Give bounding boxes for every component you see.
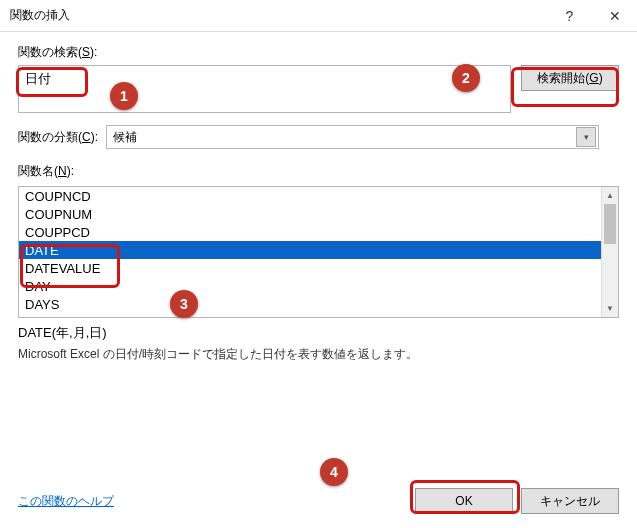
search-label-prefix: 関数の検索(	[18, 45, 82, 59]
search-label: 関数の検索(S):	[18, 44, 619, 61]
chevron-down-icon: ▾	[584, 132, 589, 142]
scroll-track[interactable]	[602, 204, 618, 300]
search-btn-prefix: 検索開始(	[537, 70, 589, 87]
close-icon: ✕	[609, 8, 621, 24]
cancel-button[interactable]: キャンセル	[521, 488, 619, 514]
scrollbar[interactable]: ▲ ▼	[601, 187, 618, 317]
search-btn-suffix: )	[599, 71, 603, 85]
close-button[interactable]: ✕	[592, 0, 637, 32]
scroll-down-button[interactable]: ▼	[602, 300, 618, 317]
chevron-down-icon: ▼	[606, 304, 614, 313]
titlebar: 関数の挿入 ? ✕	[0, 0, 637, 32]
window-title: 関数の挿入	[0, 7, 547, 24]
list-item[interactable]: COUPNUM	[19, 205, 601, 223]
search-label-key: S	[82, 45, 90, 59]
category-selected-value: 候補	[113, 129, 137, 146]
ok-button[interactable]: OK	[415, 488, 513, 514]
list-item[interactable]: DATE	[19, 241, 601, 259]
scroll-thumb[interactable]	[604, 204, 616, 244]
function-description: Microsoft Excel の日付/時刻コードで指定した日付を表す数値を返し…	[18, 346, 619, 363]
category-label-prefix: 関数の分類(	[18, 130, 82, 144]
help-link[interactable]: この関数のヘルプ	[18, 493, 114, 510]
funclist-label-prefix: 関数名(	[18, 164, 58, 178]
chevron-up-icon: ▲	[606, 191, 614, 200]
scroll-up-button[interactable]: ▲	[602, 187, 618, 204]
ok-button-label: OK	[455, 494, 472, 508]
list-item[interactable]: DATEVALUE	[19, 259, 601, 277]
function-signature: DATE(年,月,日)	[18, 324, 619, 342]
category-label: 関数の分類(C):	[18, 129, 98, 146]
function-listbox[interactable]: COUPNCDCOUPNUMCOUPPCDDATEDATEVALUEDAYDAY…	[18, 186, 619, 318]
list-item[interactable]: COUPPCD	[19, 223, 601, 241]
help-button[interactable]: ?	[547, 0, 592, 32]
funclist-label: 関数名(N):	[18, 163, 619, 180]
funclist-label-suffix: ):	[67, 164, 74, 178]
cancel-button-label: キャンセル	[540, 493, 600, 510]
search-btn-key: G	[589, 71, 598, 85]
list-item[interactable]: COUPNCD	[19, 187, 601, 205]
search-start-button[interactable]: 検索開始(G)	[521, 65, 619, 91]
badge-4: 4	[320, 458, 348, 486]
help-icon: ?	[566, 8, 574, 24]
search-label-suffix: ):	[90, 45, 97, 59]
list-item[interactable]: DAY	[19, 277, 601, 295]
category-label-suffix: ):	[91, 130, 98, 144]
list-item[interactable]: DAYS	[19, 295, 601, 313]
category-select[interactable]: 候補 ▾	[106, 125, 599, 149]
funclist-label-key: N	[58, 164, 67, 178]
search-input-value: 日付	[25, 70, 51, 88]
search-input[interactable]: 日付	[18, 65, 511, 113]
category-label-key: C	[82, 130, 91, 144]
category-dropdown-button[interactable]: ▾	[576, 127, 596, 147]
